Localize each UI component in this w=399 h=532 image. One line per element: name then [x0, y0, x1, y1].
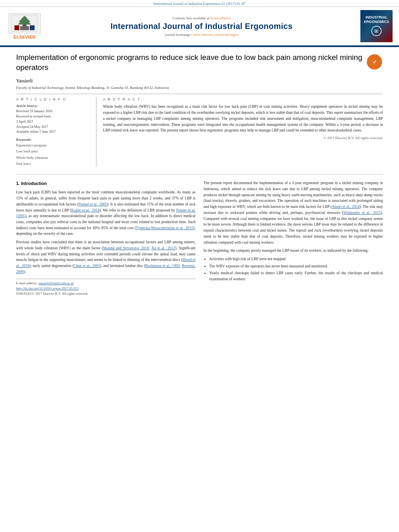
- section1-heading: 1. Introduction: [16, 180, 195, 187]
- ref-widanarko[interactable]: Widanarko et al., 2015: [343, 211, 380, 215]
- bullet-item-2: The WBV exposure of the operators has ne…: [209, 263, 383, 269]
- section-divider: [16, 174, 383, 175]
- body-two-col: 1. Introduction Low back pain (LBP) has …: [16, 180, 383, 296]
- body-col-right: The present report documented the implem…: [204, 180, 383, 296]
- affiliation: Faculty of Industrial Technology, Instit…: [16, 86, 383, 90]
- body-para-1: Low back pain (LBP) has been reported as…: [16, 189, 195, 237]
- ref-punnet-2005b[interactable]: Punnet et al. (2005): [16, 208, 195, 218]
- abstract-column: A B S T R A C T Whole body vibration (WB…: [103, 97, 383, 167]
- body-para-2: Previous studies have concluded that the…: [16, 239, 195, 275]
- crossmark-inner: ✓: [367, 54, 382, 70]
- footnote-section: E-mail address: yassierli@mail.ti.itb.ac…: [16, 279, 195, 296]
- ref-amari[interactable]: Amari et al., 2014: [332, 205, 360, 209]
- journal-center: Contents lists available at ScienceDirec…: [43, 16, 360, 37]
- doi-link[interactable]: http://dx.doi.org/10.1016/j.ergon.2017.0…: [16, 286, 79, 290]
- issn-footnote: 0169-8141/© 2017 Elsevier B.V. All right…: [16, 291, 195, 296]
- accepted-date: Accepted 24 May 2017: [16, 124, 92, 129]
- email-link[interactable]: yassierli@mail.ti.itb.ac.id: [38, 281, 74, 285]
- body-col-left: 1. Introduction Low back pain (LBP) has …: [16, 180, 195, 296]
- abstract-label: A B S T R A C T: [103, 97, 383, 101]
- author-name: Yassierli: [16, 78, 383, 84]
- ref-xu[interactable]: Xu et al., 2012: [151, 246, 175, 250]
- ref-chen[interactable]: Chen et al., 2003: [74, 264, 100, 268]
- journal-title: International Journal of Industrial Ergo…: [47, 22, 356, 31]
- keyword-4: Sick leave: [16, 161, 92, 167]
- journal-citation: International Journal of Industrial Ergo…: [153, 2, 245, 6]
- ref-punnet-2005[interactable]: Punnet et al., 2005: [78, 202, 107, 206]
- keywords-title: Keywords:: [16, 138, 92, 142]
- journal-header: ELSEVIER Contents lists available at Sci…: [0, 7, 399, 46]
- svg-rect-5: [30, 25, 35, 30]
- top-bar: International Journal of Industrial Ergo…: [0, 0, 399, 7]
- article-title: Implementation of ergonomic programs to …: [16, 53, 383, 72]
- doi-footnote: http://dx.doi.org/10.1016/j.ergon.2017.0…: [16, 286, 195, 291]
- bullet-item-3: Yearly medical checkups failed to detect…: [209, 270, 383, 282]
- article-section: ✓ Implementation of ergonomic programs t…: [0, 47, 399, 170]
- ref-boshuizen[interactable]: Boshuizen et al., 1992: [145, 264, 179, 268]
- elsevier-logo: ELSEVIER: [6, 13, 43, 39]
- svg-text:✓: ✓: [372, 59, 377, 65]
- elsevier-wordmark: ELSEVIER: [14, 35, 35, 39]
- abstract-text: Whole body vibration (WBV) has been reco…: [103, 104, 383, 134]
- copyright-line: © 2017 Elsevier B.V. All rights reserved…: [103, 136, 383, 140]
- bullet-list: Activities with high risk of LBP were no…: [209, 256, 383, 282]
- article-history: Article history: Received 19 January 201…: [16, 104, 92, 134]
- received-date: Received 19 January 2016: [16, 109, 92, 114]
- body-para-3: The present report documented the implem…: [204, 180, 383, 245]
- revised-label: Received in revised form: [16, 114, 92, 119]
- sciencedirect-link[interactable]: ScienceDirect: [210, 16, 230, 20]
- badge-title: INDUSTRIALERGONOMICS: [364, 15, 389, 24]
- keyword-1: Ergonomics program: [16, 142, 92, 148]
- sciencedirect-line: Contents lists available at ScienceDirec…: [47, 16, 356, 20]
- body-section: 1. Introduction Low back pain (LBP) has …: [0, 179, 399, 300]
- email-footnote: E-mail address: yassierli@mail.ti.itb.ac…: [16, 281, 195, 286]
- body-para-4: In the beginning, the company poorly man…: [204, 248, 383, 254]
- homepage-url[interactable]: www.elsevier.com/locate/ergon: [193, 33, 238, 37]
- ref-tymecka[interactable]: Tymecka-Woszczerowiez et al., 2015: [136, 226, 193, 230]
- ref-mandal[interactable]: Mandal and Srivastava, 2010: [103, 246, 149, 250]
- ref-kuijer-2014[interactable]: Kuijer et al., 2014: [71, 208, 99, 212]
- history-title: Article history:: [16, 104, 92, 108]
- svg-rect-6: [20, 26, 29, 30]
- elsevier-logo-image: [8, 13, 41, 33]
- journal-badge: INDUSTRIALERGONOMICS IE: [360, 10, 393, 42]
- article-info-column: A R T I C L E I N F O Article history: R…: [16, 97, 97, 167]
- revised-date: 3 April 2017: [16, 119, 92, 124]
- article-info-abstract: A R T I C L E I N F O Article history: R…: [16, 94, 383, 167]
- svg-rect-4: [14, 25, 19, 30]
- keyword-3: Whole body vibration: [16, 155, 92, 161]
- article-info-label: A R T I C L E I N F O: [16, 97, 92, 101]
- available-date: Available online 5 June 2017: [16, 129, 92, 134]
- bullet-item-1: Activities with high risk of LBP were no…: [209, 256, 383, 262]
- keywords-block: Keywords: Ergonomics program Low back pa…: [16, 138, 92, 167]
- svg-text:IE: IE: [374, 29, 379, 33]
- keyword-2: Low back pain: [16, 148, 92, 154]
- crossmark-badge: ✓: [367, 54, 383, 70]
- homepage-line: journal homepage: www.elsevier.com/locat…: [47, 33, 356, 37]
